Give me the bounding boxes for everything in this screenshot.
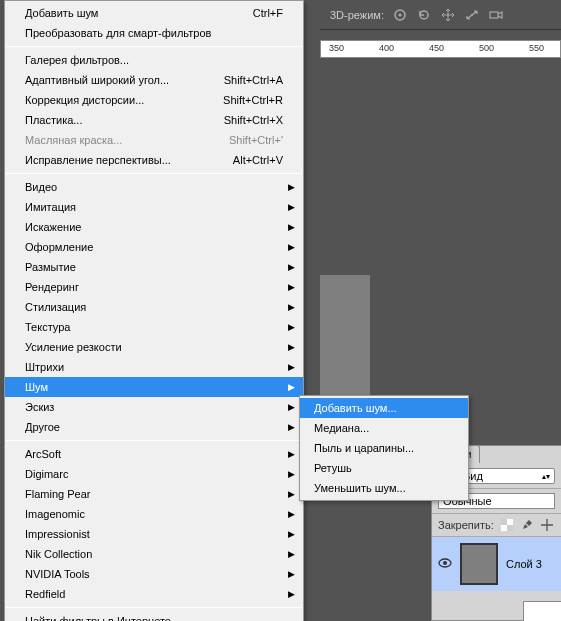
menu-shortcut: Shift+Ctrl+R bbox=[223, 94, 283, 106]
visibility-eye-icon[interactable] bbox=[438, 558, 452, 570]
menu-item[interactable]: Масляная краска...Shift+Ctrl+' bbox=[5, 130, 303, 150]
menu-item-label: Шум bbox=[25, 381, 283, 393]
menu-item-label: Размытие bbox=[25, 261, 283, 273]
menu-item-label: Оформление bbox=[25, 241, 283, 253]
lock-brush-icon[interactable] bbox=[520, 518, 534, 532]
filter-menu: Добавить шумCtrl+FПреобразовать для смар… bbox=[4, 0, 304, 621]
submenu-item[interactable]: Медиана... bbox=[300, 418, 468, 438]
submenu-item[interactable]: Добавить шум... bbox=[300, 398, 468, 418]
menu-item[interactable]: ArcSoft▶ bbox=[5, 444, 303, 464]
submenu-arrow-icon: ▶ bbox=[288, 509, 295, 519]
menu-item[interactable]: Текстура▶ bbox=[5, 317, 303, 337]
menu-item-label: Масляная краска... bbox=[25, 134, 213, 146]
menu-item[interactable]: Усиление резкости▶ bbox=[5, 337, 303, 357]
menu-item[interactable]: Найти фильтры в Интернете... bbox=[5, 611, 303, 621]
layer-thumbnail[interactable] bbox=[460, 543, 498, 585]
menu-item[interactable]: Стилизация▶ bbox=[5, 297, 303, 317]
orbit-icon[interactable] bbox=[392, 7, 408, 23]
menu-item-label: Impressionist bbox=[25, 528, 283, 540]
menu-item[interactable]: Эскиз▶ bbox=[5, 397, 303, 417]
submenu-arrow-icon: ▶ bbox=[288, 342, 295, 352]
menu-separator bbox=[6, 607, 302, 608]
layer-name[interactable]: Слой 3 bbox=[506, 558, 542, 570]
menu-shortcut: Shift+Ctrl+X bbox=[224, 114, 283, 126]
menu-item[interactable]: Адаптивный широкий угол...Shift+Ctrl+A bbox=[5, 70, 303, 90]
submenu-arrow-icon: ▶ bbox=[288, 222, 295, 232]
menu-item-label: Найти фильтры в Интернете... bbox=[25, 615, 283, 621]
menu-item-label: Рендеринг bbox=[25, 281, 283, 293]
menu-item[interactable]: Redfield▶ bbox=[5, 584, 303, 604]
ruler-tick: 550 bbox=[529, 43, 544, 53]
svg-point-2 bbox=[471, 14, 473, 16]
svg-rect-6 bbox=[507, 525, 513, 531]
menu-item-label: Имитация bbox=[25, 201, 283, 213]
menu-item-label: Flaming Pear bbox=[25, 488, 283, 500]
menu-item[interactable]: Искажение▶ bbox=[5, 217, 303, 237]
menu-item-label: ArcSoft bbox=[25, 448, 283, 460]
submenu-arrow-icon: ▶ bbox=[288, 449, 295, 459]
submenu-item[interactable]: Уменьшить шум... bbox=[300, 478, 468, 498]
submenu-arrow-icon: ▶ bbox=[288, 322, 295, 332]
menu-item[interactable]: Штрихи▶ bbox=[5, 357, 303, 377]
menu-item-label: Эскиз bbox=[25, 401, 283, 413]
menu-item[interactable]: Digimarc▶ bbox=[5, 464, 303, 484]
ruler-tick: 400 bbox=[379, 43, 394, 53]
menu-item-label: Исправление перспективы... bbox=[25, 154, 217, 166]
menu-separator bbox=[6, 440, 302, 441]
filter-select[interactable]: Вид▴▾ bbox=[458, 468, 555, 484]
submenu-item[interactable]: Ретушь bbox=[300, 458, 468, 478]
menu-item-label: Nik Collection bbox=[25, 548, 283, 560]
submenu-arrow-icon: ▶ bbox=[288, 569, 295, 579]
roll-icon[interactable] bbox=[416, 7, 432, 23]
menu-item[interactable]: NVIDIA Tools▶ bbox=[5, 564, 303, 584]
submenu-arrow-icon: ▶ bbox=[288, 529, 295, 539]
menu-item[interactable]: Другое▶ bbox=[5, 417, 303, 437]
menu-item[interactable]: Исправление перспективы...Alt+Ctrl+V bbox=[5, 150, 303, 170]
svg-point-10 bbox=[443, 561, 447, 565]
horizontal-ruler: 350 400 450 500 550 bbox=[320, 40, 561, 58]
menu-item[interactable]: Пластика...Shift+Ctrl+X bbox=[5, 110, 303, 130]
menu-item[interactable]: Добавить шумCtrl+F bbox=[5, 3, 303, 23]
menu-item-label: Штрихи bbox=[25, 361, 283, 373]
menu-item[interactable]: Nik Collection▶ bbox=[5, 544, 303, 564]
submenu-arrow-icon: ▶ bbox=[288, 262, 295, 272]
menu-item-label: Текстура bbox=[25, 321, 283, 333]
3d-mode-label: 3D-режим: bbox=[330, 9, 384, 21]
slide-icon[interactable] bbox=[464, 7, 480, 23]
menu-item-label: Стилизация bbox=[25, 301, 283, 313]
pan-icon[interactable] bbox=[440, 7, 456, 23]
menu-item[interactable]: Оформление▶ bbox=[5, 237, 303, 257]
lock-move-icon[interactable] bbox=[540, 518, 554, 532]
menu-item-label: Галерея фильтров... bbox=[25, 54, 283, 66]
submenu-arrow-icon: ▶ bbox=[288, 202, 295, 212]
menu-shortcut: Shift+Ctrl+A bbox=[224, 74, 283, 86]
menu-item[interactable]: Видео▶ bbox=[5, 177, 303, 197]
submenu-item-label: Уменьшить шум... bbox=[314, 482, 406, 494]
ruler-tick: 350 bbox=[329, 43, 344, 53]
menu-item[interactable]: Imagenomic▶ bbox=[5, 504, 303, 524]
menu-item-label: Преобразовать для смарт-фильтров bbox=[25, 27, 283, 39]
menu-item-label: Искажение bbox=[25, 221, 283, 233]
menu-item-label: Redfield bbox=[25, 588, 283, 600]
menu-item[interactable]: Размытие▶ bbox=[5, 257, 303, 277]
noise-submenu: Добавить шум...Медиана...Пыль и царапины… bbox=[299, 395, 469, 501]
lock-transparent-icon[interactable] bbox=[500, 518, 514, 532]
svg-rect-3 bbox=[490, 12, 498, 18]
menu-item[interactable]: Шум▶ bbox=[5, 377, 303, 397]
menu-item-label: Пластика... bbox=[25, 114, 208, 126]
menu-item[interactable]: Имитация▶ bbox=[5, 197, 303, 217]
menu-item[interactable]: Flaming Pear▶ bbox=[5, 484, 303, 504]
submenu-arrow-icon: ▶ bbox=[288, 549, 295, 559]
menu-item[interactable]: Impressionist▶ bbox=[5, 524, 303, 544]
submenu-item[interactable]: Пыль и царапины... bbox=[300, 438, 468, 458]
menu-item[interactable]: Галерея фильтров... bbox=[5, 50, 303, 70]
camera-icon[interactable] bbox=[488, 7, 504, 23]
menu-item[interactable]: Преобразовать для смарт-фильтров bbox=[5, 23, 303, 43]
menu-item[interactable]: Коррекция дисторсии...Shift+Ctrl+R bbox=[5, 90, 303, 110]
menu-shortcut: Alt+Ctrl+V bbox=[233, 154, 283, 166]
menu-item[interactable]: Рендеринг▶ bbox=[5, 277, 303, 297]
submenu-item-label: Пыль и царапины... bbox=[314, 442, 414, 454]
menu-separator bbox=[6, 173, 302, 174]
submenu-arrow-icon: ▶ bbox=[288, 402, 295, 412]
layer-row[interactable]: Слой 3 bbox=[432, 537, 561, 591]
